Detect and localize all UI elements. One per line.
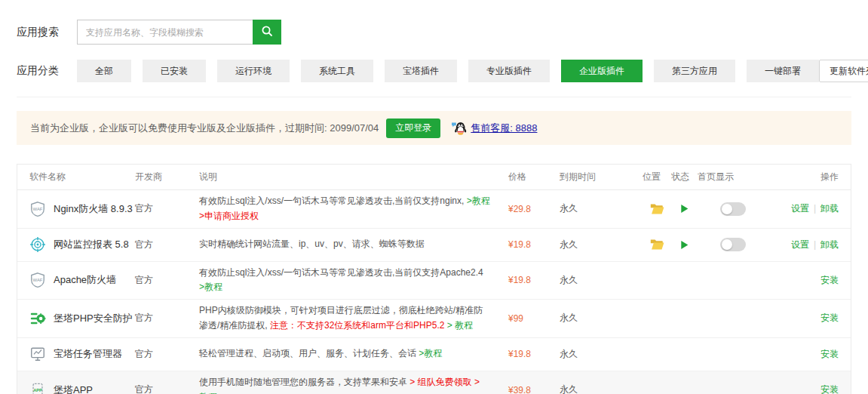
running-status-icon[interactable] — [679, 204, 689, 214]
description: 实时精确统计网站流量、ip、uv、pv、请求、蜘蛛等数据 — [199, 237, 508, 252]
category-tab-已安装[interactable]: 已安装 — [143, 60, 206, 82]
action-cell: 安装 — [773, 348, 839, 361]
action-cell: 安装 — [773, 312, 839, 325]
software-table: 软件名称开发商说明价格到期时间位置状态首页显示操作 WAFNginx防火墙 8.… — [17, 164, 851, 394]
folder-icon[interactable] — [649, 238, 664, 251]
expire-time: 永久 — [560, 274, 643, 287]
column-header: 状态 — [671, 171, 698, 183]
table-header: 软件名称开发商说明价格到期时间位置状态首页显示操作 — [17, 165, 851, 190]
software-name-cell: WAFApache防火墙 — [29, 272, 135, 288]
category-tab-运行环境[interactable]: 运行环境 — [217, 60, 290, 82]
svg-text:WAF: WAF — [33, 207, 43, 211]
software-name-cell: 堡塔PHP安全防护 — [29, 310, 135, 327]
software-name: 宝塔任务管理器 — [54, 347, 122, 361]
folder-icon[interactable] — [649, 202, 664, 216]
running-status-icon[interactable] — [679, 240, 689, 250]
action-cell: 设置|卸载 — [773, 202, 839, 215]
software-name-cell: WAFNginx防火墙 8.9.3 — [29, 201, 135, 217]
category-tab-一键部署[interactable]: 一键部署 — [747, 60, 819, 82]
price: ¥39.8 — [508, 385, 560, 394]
description-link[interactable]: 教程 — [199, 392, 217, 394]
categories-label: 应用分类 — [17, 64, 77, 78]
qq-icon — [451, 121, 468, 136]
login-now-button[interactable]: 立即登录 — [386, 119, 440, 138]
software-name: Nginx防火墙 8.9.3 — [54, 202, 133, 216]
description: 有效防止sql注入/xss/一句话木马等常见渗透攻击,当前仅支持nginx, >… — [199, 194, 508, 224]
search-icon — [261, 25, 273, 39]
install-action-link[interactable]: 安装 — [820, 312, 839, 323]
price: ¥19.8 — [508, 239, 560, 250]
description: 使用手机随时随地管理您的服务器，支持苹果和安卓 > 组队免费领取 > 教程 — [199, 375, 508, 394]
action-separator: | — [814, 239, 816, 250]
toggle-knob — [722, 204, 732, 214]
expire-time: 永久 — [560, 312, 643, 325]
expire-time: 永久 — [560, 202, 643, 215]
description-text: 有效防止sql注入/xss/一句话木马等常见渗透攻击,当前仅支持nginx, — [199, 195, 467, 206]
category-tabs: 全部已安装运行环境系统工具宝塔插件专业版插件企业版插件第三方应用一键部署 — [77, 60, 819, 82]
description: 有效防止sql注入/xss/一句话木马等常见渗透攻击,当前仅支持Apache2.… — [199, 266, 508, 296]
software-name-cell: 网站监控报表 5.8 — [29, 236, 135, 253]
task-manager-icon — [29, 346, 46, 362]
description-text: 实时精确统计网站流量、ip、uv、pv、请求、蜘蛛等数据 — [199, 239, 425, 249]
filter-area: 应用搜索 应用分类 全部已安装运行环境系统工具宝塔插件专业版插件企业版插件第三方… — [17, 20, 851, 97]
description-link[interactable]: >教程 — [199, 282, 222, 292]
price: ¥99 — [508, 313, 560, 324]
toggle-knob — [722, 239, 732, 250]
app-store-page: 应用搜索 应用分类 全部已安装运行环境系统工具宝塔插件专业版插件企业版插件第三方… — [0, 20, 868, 394]
developer: 官方 — [135, 274, 199, 287]
description-link[interactable]: >教程 — [419, 348, 442, 359]
developer: 官方 — [135, 312, 199, 325]
developer: 官方 — [135, 348, 199, 361]
install-action-link[interactable]: 安装 — [820, 275, 839, 285]
price: ¥19.8 — [508, 275, 560, 285]
category-tab-第三方应用[interactable]: 第三方应用 — [654, 60, 735, 82]
description: PHP内核级防御模块，可针对项目进行底层过滤，彻底杜绝跨站/精准防渗透/精准防提… — [199, 303, 508, 334]
developer: 官方 — [135, 383, 199, 394]
home-display-toggle[interactable] — [720, 238, 746, 251]
php-guard-icon — [29, 310, 46, 327]
install-action-link[interactable]: 安装 — [820, 349, 839, 359]
category-tab-全部[interactable]: 全部 — [77, 60, 131, 82]
waf-shield-icon: WAF — [29, 201, 46, 217]
status-cell — [671, 240, 698, 250]
column-header: 开发商 — [135, 171, 199, 183]
software-name: 堡塔PHP安全防护 — [54, 312, 133, 325]
home-display-toggle[interactable] — [720, 202, 746, 216]
category-row: 应用分类 全部已安装运行环境系统工具宝塔插件专业版插件企业版插件第三方应用一键部… — [17, 60, 851, 82]
description-link[interactable]: 注意：不支持32位系统和arm平台和PHP5.2 — [270, 320, 444, 331]
search-box — [77, 20, 281, 45]
category-tab-宝塔插件[interactable]: 宝塔插件 — [385, 60, 457, 82]
waf-shield-icon: WAF — [29, 272, 46, 288]
price: ¥19.8 — [508, 349, 560, 359]
price: ¥29.8 — [508, 204, 560, 214]
category-tab-系统工具[interactable]: 系统工具 — [301, 60, 373, 82]
table-row: WAFNginx防火墙 8.9.3官方有效防止sql注入/xss/一句话木马等常… — [17, 190, 851, 229]
table-row: WAFApache防火墙官方有效防止sql注入/xss/一句话木马等常见渗透攻击… — [17, 262, 851, 300]
software-name-cell: 宝塔任务管理器 — [29, 346, 135, 362]
description-link[interactable]: > 组队免费领取 > — [409, 377, 480, 387]
search-button[interactable] — [253, 20, 281, 45]
column-header: 到期时间 — [560, 171, 643, 183]
update-software-list-button[interactable]: 更新软件列表 — [819, 60, 868, 82]
settings-action-link[interactable]: 设置 — [791, 239, 809, 250]
category-tab-企业版插件[interactable]: 企业版插件 — [561, 60, 643, 82]
developer: 官方 — [135, 239, 199, 251]
category-tab-专业版插件[interactable]: 专业版插件 — [468, 60, 550, 82]
description-link[interactable]: > 教程 — [444, 320, 473, 331]
uninstall-action-link[interactable]: 卸载 — [820, 239, 839, 250]
description-text: 有效防止sql注入/xss/一句话木马等常见渗透攻击,当前仅支持Apache2.… — [199, 267, 483, 278]
home-display-cell — [698, 238, 773, 251]
settings-action-link[interactable]: 设置 — [791, 203, 809, 214]
install-action-link[interactable]: 安装 — [820, 384, 839, 394]
description-link[interactable]: >教程 — [467, 195, 490, 206]
presale-service-link[interactable]: 售前客服: 8888 — [471, 122, 537, 135]
expire-time: 永久 — [560, 239, 643, 251]
search-row: 应用搜索 — [17, 20, 851, 45]
description-link[interactable]: >申请商业授权 — [199, 211, 259, 221]
table-body: WAFNginx防火墙 8.9.3官方有效防止sql注入/xss/一句话木马等常… — [17, 190, 851, 394]
action-separator: | — [814, 203, 816, 214]
uninstall-action-link[interactable]: 卸载 — [820, 203, 839, 214]
software-name: 网站监控报表 5.8 — [54, 238, 129, 251]
search-input[interactable] — [77, 20, 253, 45]
search-label: 应用搜索 — [17, 26, 77, 39]
